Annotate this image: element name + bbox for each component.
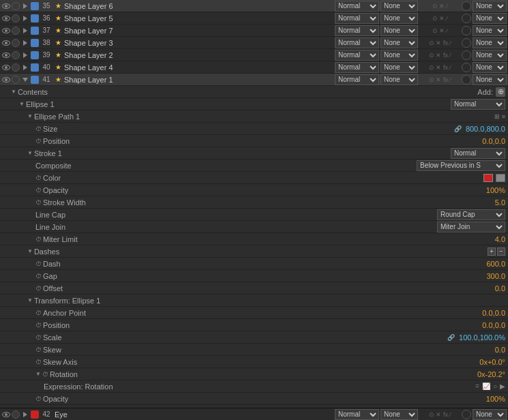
solo-toggle-39[interactable]: [11, 50, 20, 60]
ellipse1-mode[interactable]: Normal: [451, 99, 505, 110]
none-dropdown-36[interactable]: None: [380, 13, 418, 24]
line-join-dropdown[interactable]: Miter Join Round Join Bevel Join: [437, 222, 505, 232]
star-icon-37[interactable]: ★: [53, 26, 63, 35]
star-icon-41[interactable]: ★: [53, 75, 63, 85]
opacity-value[interactable]: 100%: [486, 186, 505, 194]
rotation-toggle[interactable]: ▼: [35, 371, 41, 377]
parent-dropdown-38[interactable]: None: [473, 38, 507, 48]
expand-arrow-42[interactable]: [20, 410, 30, 419]
composite-dropdown[interactable]: Normal Below Previous in S: [417, 160, 505, 171]
color-swatch-red[interactable]: [483, 174, 493, 182]
solo-toggle-37[interactable]: [11, 26, 20, 35]
none-dropdown-35[interactable]: None: [380, 1, 418, 12]
none-dropdown-42[interactable]: None: [380, 409, 418, 420]
solo-toggle-36[interactable]: [11, 14, 20, 23]
parent-dropdown-42[interactable]: None: [473, 409, 507, 420]
expand-arrow-38[interactable]: [20, 38, 30, 48]
stroke1-mode[interactable]: Normal: [451, 148, 505, 159]
dash-value[interactable]: 600.0: [486, 260, 505, 268]
layer-name-38[interactable]: Shape Layer 3: [63, 39, 335, 47]
miter-stopwatch[interactable]: ⏱: [35, 236, 42, 243]
visibility-toggle-39[interactable]: [1, 50, 11, 60]
t-opacity-stopwatch[interactable]: ⏱: [35, 395, 42, 402]
color-swatch-gray[interactable]: [496, 174, 505, 182]
skew-axis-stopwatch[interactable]: ⏱: [35, 359, 42, 365]
expr-equals-icon[interactable]: =: [475, 382, 479, 390]
expand-arrow-36[interactable]: [20, 14, 30, 23]
none-dropdown-38[interactable]: None: [380, 38, 418, 48]
position-stopwatch[interactable]: ⏱: [35, 138, 42, 145]
parent-dropdown-40[interactable]: None: [473, 62, 507, 73]
offset-value[interactable]: 0.0: [495, 284, 505, 292]
expand-arrow-39[interactable]: [20, 50, 30, 60]
offset-stopwatch[interactable]: ⏱: [35, 285, 42, 292]
position-value[interactable]: 0.0,0.0: [482, 137, 505, 145]
visibility-toggle-35[interactable]: [1, 1, 11, 11]
visibility-toggle-40[interactable]: [1, 63, 11, 72]
expand-arrow-41[interactable]: [20, 75, 30, 85]
skew-value[interactable]: 0.0: [495, 346, 505, 354]
solo-toggle-40[interactable]: [11, 63, 20, 72]
layer-name-41[interactable]: Shape Layer 1: [63, 76, 335, 84]
none-dropdown-41[interactable]: None: [380, 74, 418, 85]
mode-dropdown-38[interactable]: Normal: [335, 38, 379, 48]
mode-dropdown-41[interactable]: Normal: [335, 74, 379, 85]
transform-ellipse-toggle[interactable]: ▼: [27, 297, 33, 303]
expr-circle-icon[interactable]: ○: [493, 382, 497, 390]
none-dropdown-37[interactable]: None: [380, 25, 418, 36]
ellipse-path-toggle[interactable]: ▼: [27, 113, 33, 119]
stroke1-toggle[interactable]: ▼: [27, 150, 33, 156]
gap-value[interactable]: 300.0: [486, 272, 505, 280]
anchor-value[interactable]: 0.0,0.0: [482, 309, 505, 317]
solo-toggle-42[interactable]: [11, 410, 20, 419]
size-value[interactable]: 800.0,800.0: [466, 125, 505, 133]
opacity-stopwatch[interactable]: ⏱: [35, 187, 42, 194]
parent-dropdown-37[interactable]: None: [473, 25, 507, 36]
t-position-stopwatch[interactable]: ⏱: [35, 322, 42, 329]
expand-arrow-40[interactable]: [20, 63, 30, 72]
t-opacity-value[interactable]: 100%: [486, 395, 505, 403]
scale-value[interactable]: 100.0,100.0%: [459, 333, 505, 342]
size-stopwatch[interactable]: ⏱: [35, 125, 42, 132]
solo-toggle-35[interactable]: [11, 1, 20, 11]
path-reset-icon[interactable]: ⊞: [494, 113, 500, 120]
layer-name-42[interactable]: Eye: [53, 410, 335, 419]
mode-dropdown-39[interactable]: Normal: [335, 50, 379, 61]
stroke-width-stopwatch[interactable]: ⏱: [35, 199, 42, 206]
dash-stopwatch[interactable]: ⏱: [35, 260, 42, 267]
add-button[interactable]: ⊕: [496, 87, 505, 97]
visibility-toggle-41[interactable]: [1, 75, 11, 85]
expr-graph-icon[interactable]: 📈: [482, 382, 490, 390]
layer-name-37[interactable]: Shape Layer 7: [63, 27, 335, 35]
dashes-toggle[interactable]: ▼: [27, 248, 33, 254]
gap-stopwatch[interactable]: ⏱: [35, 273, 42, 280]
mode-dropdown-35[interactable]: Normal: [335, 1, 379, 12]
contents-toggle[interactable]: ▼: [11, 89, 16, 95]
dashes-remove-btn[interactable]: −: [497, 247, 505, 256]
solo-toggle-41[interactable]: [11, 75, 20, 85]
rotation-stopwatch[interactable]: ⏱: [42, 371, 48, 378]
visibility-toggle-38[interactable]: [1, 38, 11, 48]
stroke-width-value[interactable]: 5.0: [495, 198, 505, 207]
expand-arrow-37[interactable]: [20, 26, 30, 35]
star-icon-39[interactable]: ★: [53, 50, 63, 60]
layer-name-40[interactable]: Shape Layer 4: [63, 63, 335, 72]
star-icon-40[interactable]: ★: [53, 63, 63, 72]
parent-dropdown-41[interactable]: None: [473, 74, 507, 85]
parent-dropdown-39[interactable]: None: [473, 50, 507, 61]
parent-dropdown-36[interactable]: None: [473, 13, 507, 24]
dashes-add-btn[interactable]: +: [488, 247, 496, 256]
line-cap-dropdown[interactable]: Butt Cap Round Cap Projecting Cap: [437, 209, 505, 220]
mode-dropdown-37[interactable]: Normal: [335, 25, 379, 36]
expand-arrow-35[interactable]: [20, 1, 30, 11]
parent-dropdown-35[interactable]: None: [473, 1, 507, 12]
none-dropdown-40[interactable]: None: [380, 62, 418, 73]
skew-axis-value[interactable]: 0x+0.0°: [479, 358, 505, 366]
visibility-toggle-37[interactable]: [1, 26, 11, 35]
solo-toggle-38[interactable]: [11, 38, 20, 48]
layer-name-35[interactable]: Shape Layer 6: [63, 2, 335, 10]
rotation-value[interactable]: 0x-20.2°: [477, 370, 505, 378]
skew-stopwatch[interactable]: ⏱: [35, 346, 42, 353]
star-icon-35[interactable]: ★: [53, 1, 63, 11]
expr-play-icon[interactable]: ▶: [500, 382, 505, 390]
